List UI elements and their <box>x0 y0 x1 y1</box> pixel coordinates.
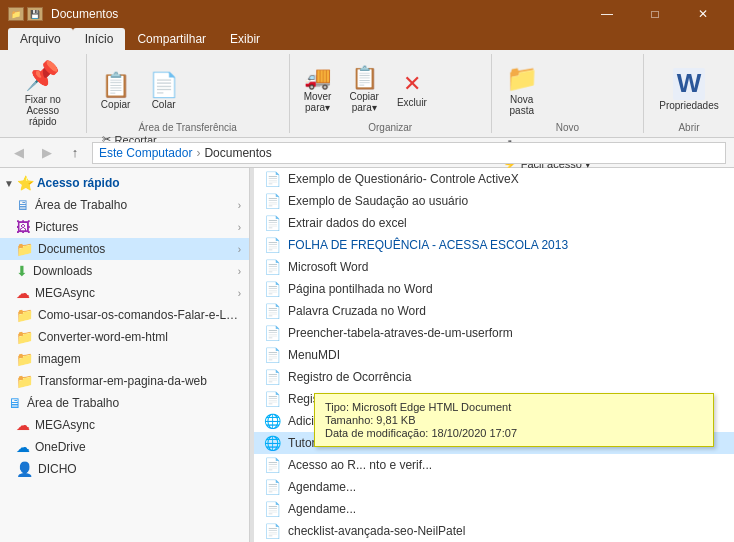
sidebar-item-pictures[interactable]: 🖼 Pictures › <box>0 216 249 238</box>
file-item-extrair[interactable]: 📄 Extrair dados do excel <box>254 212 734 234</box>
paste-button[interactable]: 📄 Colar <box>141 58 187 123</box>
sidebar-item-desktop[interactable]: 🖥 Área de Trabalho › <box>0 194 249 216</box>
pdf-icon-4: 📄 <box>262 457 282 473</box>
copy-button[interactable]: 📋 Copiar <box>93 58 139 123</box>
sidebar-item-documentos[interactable]: 📁 Documentos › <box>0 238 249 260</box>
tab-inicio[interactable]: Início <box>73 28 126 50</box>
copy-to-icon: 📋 <box>351 65 378 91</box>
downloads-icon: ⬇ <box>16 263 28 279</box>
transformar-label: Transformar-em-pagina-da-web <box>38 374 241 388</box>
sidebar-item-onedrive[interactable]: ☁ OneDrive <box>0 436 249 458</box>
onedrive-label: OneDrive <box>35 440 241 454</box>
back-button[interactable]: ◀ <box>8 142 30 164</box>
file-item-questionario[interactable]: 📄 Exemplo de Questionário- Controle Acti… <box>254 168 734 190</box>
desktop-label: Área de Trabalho <box>35 198 233 212</box>
file-item-checklist[interactable]: 📄 checklist-avançada-seo-NeilPatel <box>254 520 734 542</box>
pdf-icon-7: 📄 <box>262 523 282 539</box>
sidebar-item-megasync[interactable]: ☁ MEGAsync › <box>0 282 249 304</box>
ribbon: 📌 Fixar noAcesso rápido 📋 Copiar 📄 Colar <box>0 50 734 138</box>
file-item-preencher[interactable]: 📄 Preencher-tabela-atraves-de-um-userfor… <box>254 322 734 344</box>
expand-icon: ▼ <box>4 178 14 189</box>
pdf-icon-1: 📄 <box>262 347 282 363</box>
pictures-label: Pictures <box>35 220 233 234</box>
file-name-15: Agendame... <box>288 480 726 494</box>
documentos-icon: 📁 <box>16 241 33 257</box>
ribbon-group-organize: 🚚 Moverpara▾ 📋 Copiarpara▾ ✕ Excluir ✏ R… <box>290 54 492 133</box>
close-button[interactable]: ✕ <box>680 0 726 28</box>
downloads-label: Downloads <box>33 264 233 278</box>
sidebar: ▼ ⭐ Acesso rápido 🖥 Área de Trabalho › 🖼… <box>0 168 250 542</box>
new-folder-button[interactable]: 📁 Novapasta <box>498 54 546 124</box>
pin-quick-access-button[interactable]: 📌 Fixar noAcesso rápido <box>6 58 80 128</box>
tab-exibir[interactable]: Exibir <box>218 28 272 50</box>
file-item-agendame2[interactable]: 📄 Agendame... <box>254 498 734 520</box>
word-icon-6: 📄 <box>262 281 282 297</box>
pdf-icon-3: 📄 <box>262 391 282 407</box>
file-item-saudacao[interactable]: 📄 Exemplo de Saudação ao usuário <box>254 190 734 212</box>
file-name-2: Exemplo de Saudação ao usuário <box>288 194 726 208</box>
sidebar-quick-access-header[interactable]: ▼ ⭐ Acesso rápido <box>0 172 249 194</box>
tooltip-type: Tipo: Microsoft Edge HTML Document <box>325 401 703 413</box>
converter-icon: 📁 <box>16 329 33 345</box>
properties-label: Propriedades <box>659 100 718 111</box>
file-item-folha[interactable]: 📄 FOLHA DE FREQUÊNCIA - ACESSA ESCOLA 20… <box>254 234 734 256</box>
move-label: Moverpara▾ <box>304 91 332 113</box>
maximize-button[interactable]: □ <box>632 0 678 28</box>
word-icon-8: 📄 <box>262 325 282 341</box>
sidebar-item-converter[interactable]: 📁 Converter-word-em-html <box>0 326 249 348</box>
word-icon-5: 📄 <box>262 259 282 275</box>
sidebar-item-imagem[interactable]: 📁 imagem <box>0 348 249 370</box>
transformar-icon: 📁 <box>16 373 33 389</box>
sidebar-item-como-usar[interactable]: 📁 Como-usar-os-comandos-Falar-e-Ler-em-v… <box>0 304 249 326</box>
downloads-arrow: › <box>238 266 241 277</box>
properties-button[interactable]: W Propriedades <box>651 54 726 124</box>
file-item-msword[interactable]: 📄 Microsoft Word <box>254 256 734 278</box>
file-name-9: MenuMDI <box>288 348 726 362</box>
word-icon-2: 📄 <box>262 193 282 209</box>
file-item-acesso[interactable]: 📄 Acesso ao R... nto e verif... <box>254 454 734 476</box>
delete-button[interactable]: ✕ Excluir <box>389 54 435 124</box>
file-item-palavra[interactable]: 📄 Palavra Cruzada no Word <box>254 300 734 322</box>
breadcrumb: Este Computador › Documentos <box>92 142 726 164</box>
file-name-8: Preencher-tabela-atraves-de-um-userform <box>288 326 726 340</box>
file-name-4: FOLHA DE FREQUÊNCIA - ACESSA ESCOLA 2013 <box>288 238 726 252</box>
copy-to-button[interactable]: 📋 Copiarpara▾ <box>341 54 386 124</box>
pdf-icon-6: 📄 <box>262 501 282 517</box>
save-icon-small: 💾 <box>27 7 43 21</box>
up-button[interactable]: ↑ <box>64 142 86 164</box>
sidebar-item-megasync2[interactable]: ☁ MEGAsync <box>0 414 249 436</box>
window-controls[interactable]: — □ ✕ <box>584 0 726 28</box>
megasync2-label: MEGAsync <box>35 418 241 432</box>
file-name-10: Registro de Ocorrência <box>288 370 726 384</box>
breadcrumb-computer[interactable]: Este Computador <box>99 146 192 160</box>
forward-button[interactable]: ▶ <box>36 142 58 164</box>
file-item-agendame1[interactable]: 📄 Agendame... <box>254 476 734 498</box>
sidebar-item-area-trabalho2[interactable]: 🖥 Área de Trabalho <box>0 392 249 414</box>
sidebar-item-transformar[interactable]: 📁 Transformar-em-pagina-da-web <box>0 370 249 392</box>
sidebar-item-downloads[interactable]: ⬇ Downloads › <box>0 260 249 282</box>
file-item-menumdi[interactable]: 📄 MenuMDI <box>254 344 734 366</box>
area-trabalho2-label: Área de Trabalho <box>27 396 241 410</box>
ribbon-group-open: W Propriedades Abrir <box>644 54 734 133</box>
sidebar-item-dicho[interactable]: 👤 DICHO <box>0 458 249 480</box>
tab-compartilhar[interactable]: Compartilhar <box>125 28 218 50</box>
star-icon: ⭐ <box>17 175 34 191</box>
area-trabalho2-icon: 🖥 <box>8 395 22 411</box>
megasync-label: MEGAsync <box>35 286 233 300</box>
tab-arquivo[interactable]: Arquivo <box>8 28 73 50</box>
main-area: ▼ ⭐ Acesso rápido 🖥 Área de Trabalho › 🖼… <box>0 168 734 542</box>
ribbon-group-pin: 📌 Fixar noAcesso rápido <box>0 54 87 133</box>
file-item-registro[interactable]: 📄 Registro de Ocorrência <box>254 366 734 388</box>
copy-icon: 📋 <box>101 71 131 99</box>
file-list: 📄 Exemplo de Questionário- Controle Acti… <box>254 168 734 542</box>
file-name-3: Extrair dados do excel <box>288 216 726 230</box>
pin-label: Fixar noAcesso rápido <box>14 94 72 127</box>
file-item-pagina[interactable]: 📄 Página pontilhada no Word <box>254 278 734 300</box>
file-name-5: Microsoft Word <box>288 260 726 274</box>
quick-access-label: Acesso rápido <box>37 176 120 190</box>
properties-icon: W <box>673 68 705 100</box>
word-icon-4: 📄 <box>262 237 282 253</box>
move-to-button[interactable]: 🚚 Moverpara▾ <box>296 54 340 124</box>
ribbon-tabs: Arquivo Início Compartilhar Exibir <box>0 28 734 50</box>
minimize-button[interactable]: — <box>584 0 630 28</box>
